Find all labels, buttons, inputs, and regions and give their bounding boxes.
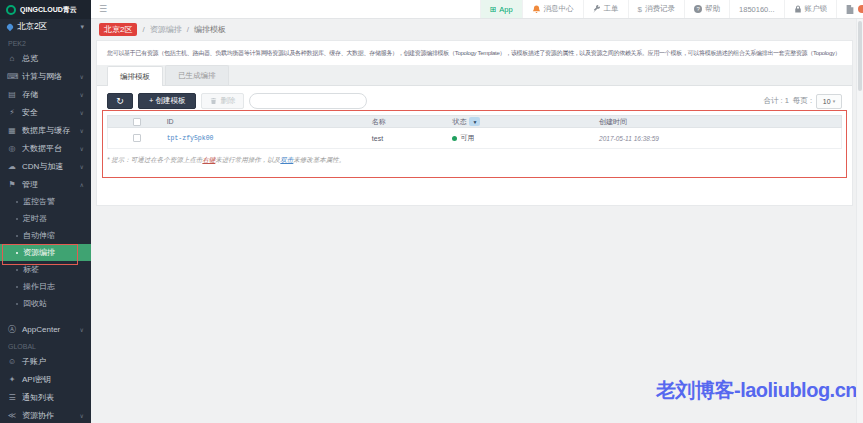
flag-icon: ⚑ — [7, 180, 17, 189]
bullet-icon — [16, 303, 18, 305]
billing-button[interactable]: $ 消费记录 — [628, 0, 684, 18]
sidebar-item-label: 大数据平台 — [22, 143, 62, 154]
account-id[interactable]: 1850160... — [729, 0, 783, 18]
subitem-label: 监控告警 — [23, 196, 55, 207]
sidebar-subitem-tags[interactable]: 标签 — [0, 261, 91, 278]
per-page-select[interactable]: 10 ▾ — [816, 94, 842, 109]
sidebar-item-label: AppCenter — [22, 325, 60, 334]
template-id-link[interactable]: tpt-zfy5pk00 — [167, 135, 214, 142]
sidebar-item-management[interactable]: ⚑ 管理 ∧ — [0, 175, 91, 193]
sidebar-item-compute-network[interactable]: ⌨ 计算与网络 ∨ — [0, 67, 91, 85]
message-center-button[interactable]: 消息中心 — [522, 0, 583, 18]
sidebar-subitem-recycle-bin[interactable]: 回收站 — [0, 295, 91, 312]
column-header-id[interactable]: ID — [167, 118, 372, 125]
tab-templates[interactable]: 编排模板 — [107, 66, 163, 86]
total-count-label: 合计 : 1 — [763, 96, 788, 106]
storage-icon: ▤ — [7, 90, 17, 99]
question-icon: ? — [694, 5, 702, 13]
logo[interactable]: QINGCLOUD青云 — [0, 0, 91, 19]
sidebar-item-overview[interactable]: ⌂ 总览 — [0, 49, 91, 67]
table-row[interactable]: tpt-zfy5pk00 test 可用 2017-05-11 16:38:59 — [107, 128, 842, 149]
hamburger-menu-icon[interactable]: ☰ — [99, 0, 107, 18]
region-selector[interactable]: 北京2区 ▾ — [0, 19, 91, 35]
subitem-label: 自动伸缩 — [23, 230, 55, 241]
refresh-icon: ↻ — [116, 96, 124, 106]
column-header-status[interactable]: 状态 ▼ — [452, 117, 599, 127]
account-lock-label: 账户锁 — [805, 4, 828, 14]
status-header-label: 状态 — [452, 117, 466, 127]
content-card: 您可以基于已有资源（包括主机、路由器、负载均衡器等计算网络资源以及各种数据库、缓… — [96, 40, 853, 206]
tip-right-click-link[interactable]: 右键 — [202, 156, 215, 163]
main-area: ☰ ⊞ App 消息中心 工单 $ 消费记录 — [91, 0, 863, 423]
sidebar-item-security[interactable]: ⚡ 安全 ∨ — [0, 103, 91, 121]
row-checkbox[interactable] — [133, 134, 141, 142]
chevron-down-icon: ∨ — [80, 127, 84, 134]
chevron-down-icon: ▾ — [833, 98, 836, 104]
sidebar-item-label: 管理 — [22, 179, 38, 190]
create-template-button[interactable]: + 创建模板 — [138, 93, 196, 109]
scrollbar-thumb[interactable] — [858, 21, 862, 91]
chevron-down-icon: ∨ — [80, 91, 84, 98]
bullet-icon — [16, 218, 18, 220]
sidebar-subitem-monitor-alerts[interactable]: 监控告警 — [0, 193, 91, 210]
sidebar-item-label: 计算与网络 — [22, 71, 62, 82]
tip-suffix: 来修改基本属性。 — [293, 156, 345, 163]
dollar-icon: $ — [638, 5, 642, 14]
sidebar-item-notification-list[interactable]: ☰ 通知列表 — [0, 388, 91, 406]
sidebar-item-cdn[interactable]: ☁ CDN与加速 ∨ — [0, 157, 91, 175]
account-lock-button[interactable]: 账户锁 — [784, 0, 837, 18]
select-all-checkbox[interactable] — [133, 118, 141, 126]
scrollbar[interactable] — [856, 19, 863, 423]
search-input[interactable] — [249, 93, 367, 109]
tip-middle: 来进行常用操作，以及 — [215, 156, 280, 163]
templates-table: ID 名称 状态 ▼ 创建时间 tpt-zfy5pk00 test — [107, 115, 842, 149]
sidebar-item-subaccounts[interactable]: ☺ 子账户 — [0, 352, 91, 370]
status-filter-icon[interactable]: ▼ — [469, 117, 480, 126]
chevron-down-icon: ∨ — [80, 145, 84, 152]
help-button[interactable]: ? 帮助 — [684, 0, 729, 18]
sidebar-item-label: API密钥 — [22, 374, 51, 385]
sidebar-item-resource-collaboration[interactable]: ≪ 资源协作 ∨ — [0, 406, 91, 423]
region-badge[interactable]: 北京2区 — [99, 23, 137, 36]
sidebar-item-label: 资源协作 — [22, 410, 54, 421]
sidebar-item-storage[interactable]: ▤ 存储 ∨ — [0, 85, 91, 103]
chevron-down-icon: ∨ — [80, 73, 84, 80]
share-icon: ≪ — [7, 411, 17, 420]
subitem-label: 操作日志 — [23, 281, 55, 292]
sidebar-item-api-keys[interactable]: ✦ API密钥 — [0, 370, 91, 388]
tip-double-click-link[interactable]: 双击 — [280, 156, 293, 163]
appcenter-icon: Ⓐ — [7, 324, 17, 335]
compute-icon: ⌨ — [7, 72, 17, 81]
help-label: 帮助 — [705, 4, 720, 14]
status-dot-icon — [452, 136, 457, 141]
breadcrumb-separator: / — [187, 25, 189, 34]
sidebar-item-database-cache[interactable]: ▦ 数据库与缓存 ∨ — [0, 121, 91, 139]
database-icon: ▦ — [7, 126, 17, 135]
sidebar-subitem-operation-logs[interactable]: 操作日志 — [0, 278, 91, 295]
app-button[interactable]: ⊞ App — [480, 0, 522, 18]
key-icon: ✦ — [7, 375, 17, 384]
billing-label: 消费记录 — [645, 4, 675, 14]
sidebar-item-bigdata[interactable]: ◎ 大数据平台 ∨ — [0, 139, 91, 157]
region-label: 北京2区 — [17, 21, 47, 33]
sidebar-item-label: 总览 — [22, 53, 38, 64]
tip-prefix: * 提示：可通过在各个资源上点击 — [107, 156, 202, 163]
refresh-button[interactable]: ↻ — [107, 93, 133, 109]
sidebar-subitem-autoscaling[interactable]: 自动伸缩 — [0, 227, 91, 244]
breadcrumb-item-resource-orchestration[interactable]: 资源编排 — [150, 24, 182, 35]
sidebar-item-appcenter[interactable]: Ⓐ AppCenter ∨ — [0, 320, 91, 338]
per-page-value: 10 — [823, 98, 831, 105]
sidebar-subitem-resource-orchestration[interactable]: 资源编排 — [0, 244, 91, 261]
column-header-created[interactable]: 创建时间 — [599, 117, 841, 127]
sidebar-subitem-timer[interactable]: 定时器 — [0, 210, 91, 227]
bigdata-icon: ◎ — [7, 144, 17, 153]
column-header-name[interactable]: 名称 — [372, 117, 453, 127]
tab-generated-topologies[interactable]: 已生成编排 — [165, 65, 229, 85]
lock-icon — [794, 5, 802, 13]
bell-icon — [532, 5, 541, 14]
app-grid-icon: ⊞ — [490, 5, 497, 14]
work-order-button[interactable]: 工单 — [583, 0, 628, 18]
subitem-label: 回收站 — [23, 298, 47, 309]
template-name-cell: test — [372, 135, 453, 142]
delete-button[interactable]: 删除 — [201, 93, 244, 109]
